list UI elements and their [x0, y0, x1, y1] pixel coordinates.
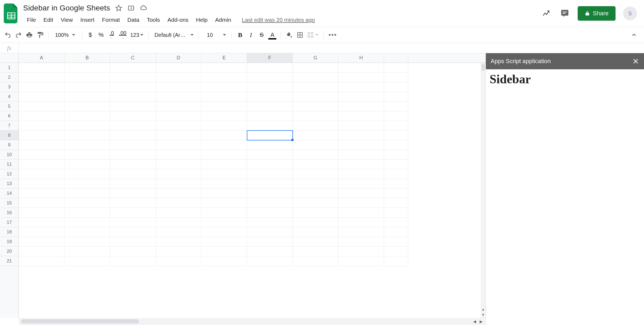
- row-header[interactable]: 9: [0, 140, 19, 150]
- borders-button[interactable]: [295, 30, 305, 40]
- font-dropdown[interactable]: Default (Ari…: [152, 32, 195, 38]
- cell[interactable]: [384, 150, 408, 160]
- cell[interactable]: [64, 150, 110, 160]
- cell[interactable]: [156, 237, 201, 247]
- row-header[interactable]: 7: [0, 121, 19, 131]
- menu-tools[interactable]: Tools: [143, 15, 164, 25]
- cell[interactable]: [19, 140, 64, 150]
- cell[interactable]: [293, 179, 338, 189]
- cell[interactable]: [293, 121, 338, 131]
- cell[interactable]: [110, 92, 156, 102]
- cell[interactable]: [110, 111, 156, 121]
- menu-format[interactable]: Format: [98, 15, 124, 25]
- select-all-corner[interactable]: [0, 53, 19, 63]
- cell[interactable]: [247, 92, 293, 102]
- cell[interactable]: [201, 198, 247, 208]
- scroll-up-icon[interactable]: ▲: [481, 307, 486, 312]
- text-color-button[interactable]: A: [267, 30, 277, 40]
- share-button[interactable]: Share: [578, 6, 616, 21]
- column-header[interactable]: [384, 53, 408, 63]
- cell[interactable]: [64, 198, 110, 208]
- cell[interactable]: [110, 121, 156, 131]
- cell[interactable]: [293, 150, 338, 160]
- row-header[interactable]: 4: [0, 92, 19, 102]
- cell[interactable]: [384, 169, 408, 179]
- cell[interactable]: [156, 102, 201, 111]
- cell[interactable]: [338, 121, 384, 131]
- cell[interactable]: [201, 121, 247, 131]
- cell[interactable]: [201, 111, 247, 121]
- cell[interactable]: [247, 237, 293, 247]
- cell[interactable]: [156, 63, 201, 73]
- fill-color-button[interactable]: [284, 30, 294, 40]
- vertical-scrollbar[interactable]: ▲ ▼: [481, 63, 486, 318]
- cell[interactable]: [384, 237, 408, 247]
- column-header[interactable]: D: [156, 53, 201, 63]
- cell[interactable]: [247, 256, 293, 266]
- cell[interactable]: [19, 82, 64, 92]
- cell[interactable]: [293, 247, 338, 256]
- cell[interactable]: [64, 140, 110, 150]
- cell[interactable]: [338, 102, 384, 111]
- cell[interactable]: [384, 121, 408, 131]
- column-header[interactable]: E: [201, 53, 247, 63]
- cell[interactable]: [293, 111, 338, 121]
- cell[interactable]: [110, 208, 156, 218]
- menu-data[interactable]: Data: [124, 15, 143, 25]
- row-header[interactable]: 5: [0, 102, 19, 111]
- cell[interactable]: [110, 102, 156, 111]
- cell[interactable]: [293, 92, 338, 102]
- row-header[interactable]: 8: [0, 131, 19, 140]
- menu-view[interactable]: View: [57, 15, 77, 25]
- cell[interactable]: [156, 121, 201, 131]
- cell[interactable]: [338, 63, 384, 73]
- cell[interactable]: [201, 189, 247, 198]
- cell[interactable]: [19, 102, 64, 111]
- cell[interactable]: [201, 218, 247, 227]
- cell[interactable]: [64, 121, 110, 131]
- cell[interactable]: [338, 179, 384, 189]
- cell[interactable]: [247, 140, 293, 150]
- column-header[interactable]: H: [338, 53, 384, 63]
- cell[interactable]: [293, 208, 338, 218]
- cell[interactable]: [384, 198, 408, 208]
- cell[interactable]: [293, 237, 338, 247]
- cell[interactable]: [201, 92, 247, 102]
- horizontal-scrollbar[interactable]: [19, 318, 470, 325]
- cell[interactable]: [384, 189, 408, 198]
- menu-admin[interactable]: Admin: [211, 15, 235, 25]
- star-icon[interactable]: [115, 4, 122, 12]
- cell[interactable]: [110, 189, 156, 198]
- cell[interactable]: [156, 111, 201, 121]
- cell[interactable]: [338, 160, 384, 169]
- cell[interactable]: [110, 131, 156, 140]
- cell[interactable]: [19, 169, 64, 179]
- cell[interactable]: [19, 189, 64, 198]
- cell[interactable]: [156, 160, 201, 169]
- cell[interactable]: [247, 189, 293, 198]
- row-header[interactable]: 10: [0, 150, 19, 160]
- cell[interactable]: [384, 73, 408, 82]
- cell[interactable]: [201, 102, 247, 111]
- cell[interactable]: [201, 227, 247, 237]
- cell[interactable]: [338, 140, 384, 150]
- menu-file[interactable]: File: [23, 15, 40, 25]
- cell[interactable]: [156, 169, 201, 179]
- format-currency-button[interactable]: $: [85, 30, 95, 40]
- cell[interactable]: [64, 82, 110, 92]
- cell[interactable]: [110, 63, 156, 73]
- cell[interactable]: [19, 198, 64, 208]
- cell[interactable]: [64, 102, 110, 111]
- increase-decimal-button[interactable]: .00→: [117, 30, 128, 40]
- cell[interactable]: [201, 160, 247, 169]
- row-header[interactable]: 13: [0, 179, 19, 189]
- cell[interactable]: [384, 208, 408, 218]
- cell[interactable]: [19, 160, 64, 169]
- cell[interactable]: [338, 189, 384, 198]
- sheet-nav-right-icon[interactable]: ▶: [478, 319, 484, 324]
- cell[interactable]: [156, 189, 201, 198]
- cell[interactable]: [110, 198, 156, 208]
- row-header[interactable]: 20: [0, 247, 19, 256]
- cell[interactable]: [247, 131, 293, 140]
- cell[interactable]: [338, 247, 384, 256]
